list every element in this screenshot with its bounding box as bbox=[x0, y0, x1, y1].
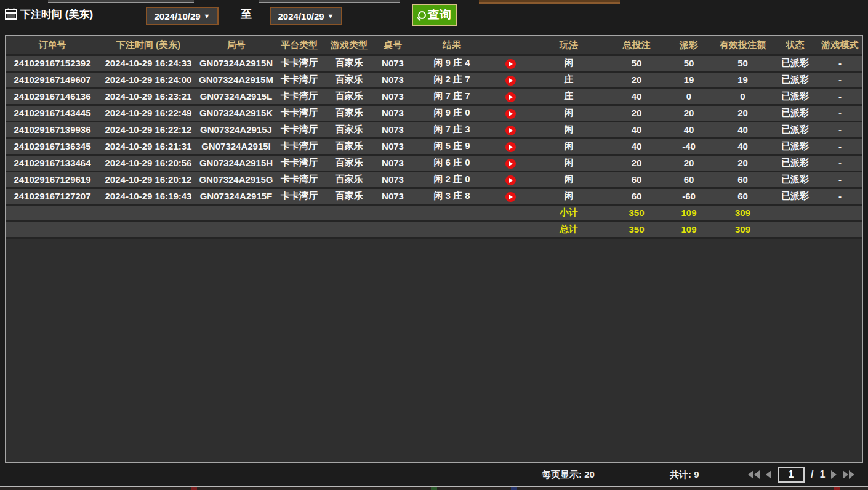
play-triangle-icon bbox=[509, 161, 513, 166]
cell-round-id: GN07324A2915H bbox=[198, 155, 274, 171]
cell-platform: 卡卡湾厅 bbox=[274, 188, 324, 204]
cell-payout: 0 bbox=[664, 88, 713, 105]
col-header-table-no: 桌号 bbox=[374, 36, 412, 55]
cell-round-id: GN07324A2915L bbox=[198, 88, 274, 105]
cell-status: 已派彩 bbox=[772, 105, 818, 121]
col-header-total-bet: 总投注 bbox=[609, 36, 664, 55]
cell-game-mode: - bbox=[818, 171, 862, 188]
play-triangle-icon bbox=[509, 178, 513, 183]
cell-platform: 卡卡湾厅 bbox=[274, 105, 324, 121]
cell-total-bet: 20 bbox=[609, 155, 664, 171]
play-triangle-icon bbox=[509, 145, 513, 150]
table-row: 2410291671434452024-10-29 16:22:49GN0732… bbox=[6, 105, 862, 121]
date-from-select[interactable]: 2024/10/29 ▼ bbox=[146, 7, 219, 25]
cell-play: 闲 bbox=[529, 138, 609, 155]
cell-status: 已派彩 bbox=[772, 121, 818, 138]
col-header-game-mode: 游戏模式 bbox=[818, 36, 862, 55]
subtotal-payout: 109 bbox=[664, 204, 713, 221]
table-row: 2410291671399362024-10-29 16:22:12GN0732… bbox=[6, 121, 862, 138]
cell-platform: 卡卡湾厅 bbox=[274, 121, 324, 138]
replay-play-icon[interactable] bbox=[505, 76, 516, 86]
cell-play: 闲 bbox=[529, 155, 609, 171]
chevron-down-icon: ▼ bbox=[328, 12, 334, 20]
cell-game-type: 百家乐 bbox=[324, 188, 374, 204]
col-header-play: 玩法 bbox=[529, 36, 609, 55]
cell-result: 闲 7 庄 7 bbox=[412, 88, 492, 105]
cell-valid-bet: 50 bbox=[713, 55, 772, 71]
cell-round-id: GN07324A2915J bbox=[198, 121, 274, 138]
cell-bet-time: 2024-10-29 16:22:49 bbox=[98, 105, 198, 121]
cell-order-id: 241029167136345 bbox=[6, 138, 98, 155]
cell-total-bet: 40 bbox=[609, 88, 664, 105]
cell-play: 庄 bbox=[529, 88, 609, 105]
date-to-select[interactable]: 2024/10/29 ▼ bbox=[270, 7, 342, 25]
cell-total-bet: 20 bbox=[609, 105, 664, 121]
play-triangle-icon bbox=[509, 78, 513, 83]
table-row: 2410291671272072024-10-29 16:19:43GN0732… bbox=[6, 188, 862, 204]
cell-status: 已派彩 bbox=[772, 155, 818, 171]
last-page-button[interactable] bbox=[843, 470, 854, 479]
grand-total-label: 总计 bbox=[529, 221, 609, 238]
cell-game-type: 百家乐 bbox=[324, 55, 374, 71]
cell-table-no: N073 bbox=[374, 105, 412, 121]
cell-platform: 卡卡湾厅 bbox=[274, 155, 324, 171]
cell-game-mode: - bbox=[818, 138, 862, 155]
cell-replay bbox=[492, 188, 529, 204]
cell-result: 闲 9 庄 4 bbox=[412, 55, 492, 71]
cell-result: 闲 5 庄 9 bbox=[412, 138, 492, 155]
first-page-button[interactable] bbox=[748, 470, 760, 479]
col-header-valid-bet: 有效投注额 bbox=[713, 36, 772, 55]
cell-replay bbox=[492, 155, 529, 171]
cell-replay bbox=[492, 88, 529, 105]
cell-total-bet: 60 bbox=[609, 188, 664, 204]
replay-play-icon[interactable] bbox=[505, 92, 516, 102]
col-header-platform: 平台类型 bbox=[274, 36, 324, 55]
cell-order-id: 241029167143445 bbox=[6, 105, 98, 121]
cell-platform: 卡卡湾厅 bbox=[274, 171, 324, 188]
table-row: 2410291671496072024-10-29 16:24:00GN0732… bbox=[6, 71, 862, 88]
cell-total-bet: 50 bbox=[609, 55, 664, 71]
cell-round-id: GN07324A2915M bbox=[198, 71, 274, 88]
subtotal-row: 小计 350 109 309 bbox=[6, 204, 862, 221]
play-triangle-icon bbox=[509, 95, 513, 100]
play-triangle-icon bbox=[509, 62, 513, 66]
cell-play: 闲 bbox=[529, 55, 609, 71]
replay-play-icon[interactable] bbox=[505, 159, 516, 169]
page-number-input[interactable]: 1 bbox=[778, 467, 805, 483]
replay-play-icon[interactable] bbox=[505, 175, 516, 185]
cell-valid-bet: 20 bbox=[713, 105, 772, 121]
cell-total-bet: 60 bbox=[609, 171, 664, 188]
cell-valid-bet: 19 bbox=[713, 71, 772, 88]
cell-order-id: 241029167129619 bbox=[6, 171, 98, 188]
table-row: 2410291671461362024-10-29 16:23:21GN0732… bbox=[6, 88, 862, 105]
cell-replay bbox=[492, 171, 529, 188]
cell-play: 闲 bbox=[529, 105, 609, 121]
replay-play-icon[interactable] bbox=[505, 59, 516, 69]
next-page-button[interactable] bbox=[831, 470, 837, 479]
cell-table-no: N073 bbox=[374, 155, 412, 171]
cell-replay bbox=[492, 71, 529, 88]
cell-bet-time: 2024-10-29 16:24:00 bbox=[98, 71, 198, 88]
replay-play-icon[interactable] bbox=[505, 126, 516, 135]
cell-order-id: 241029167149607 bbox=[6, 71, 98, 88]
per-page-label: 每页显示: 20 bbox=[542, 469, 595, 481]
cell-payout: 50 bbox=[664, 55, 713, 71]
cell-valid-bet: 60 bbox=[713, 188, 772, 204]
replay-play-icon[interactable] bbox=[505, 192, 516, 202]
replay-play-icon[interactable] bbox=[505, 109, 516, 119]
cell-platform: 卡卡湾厅 bbox=[274, 88, 324, 105]
cell-order-id: 241029167146136 bbox=[6, 88, 98, 105]
cell-payout: -40 bbox=[664, 138, 713, 155]
search-button[interactable]: 查询 bbox=[412, 4, 457, 26]
cell-round-id: GN07324A2915I bbox=[198, 138, 274, 155]
cell-replay bbox=[492, 121, 529, 138]
cell-order-id: 241029167139936 bbox=[6, 121, 98, 138]
prev-page-button[interactable] bbox=[766, 470, 771, 479]
bet-records-table-container: 订单号 下注时间 (美东) 局号 平台类型 游戏类型 桌号 结果 玩法 总投注 … bbox=[5, 35, 863, 463]
cell-game-type: 百家乐 bbox=[324, 105, 374, 121]
cell-game-mode: - bbox=[818, 121, 862, 138]
cell-result: 闲 3 庄 8 bbox=[412, 188, 492, 204]
replay-play-icon[interactable] bbox=[505, 142, 516, 152]
cell-replay bbox=[492, 105, 529, 121]
cell-table-no: N073 bbox=[374, 55, 412, 71]
